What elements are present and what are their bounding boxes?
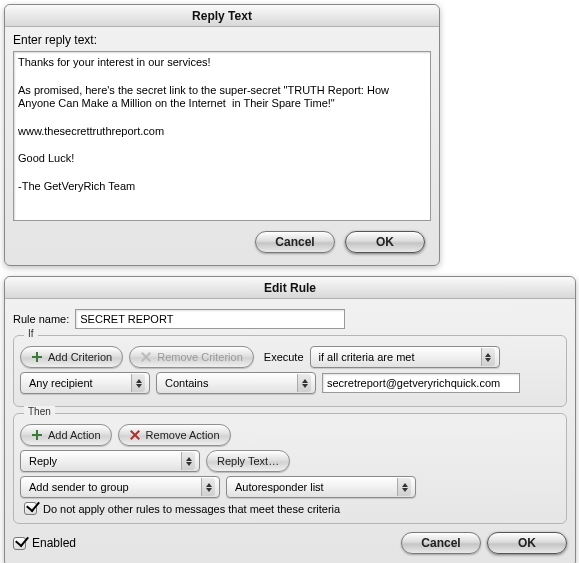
reply-textarea-wrap (13, 51, 431, 221)
criterion-op-value: Contains (165, 377, 208, 389)
prompt-label: Enter reply text: (13, 33, 431, 47)
criterion-field-value: Any recipient (29, 377, 93, 389)
reply-text-label: Reply Text… (217, 455, 279, 467)
execute-value: if all criteria are met (319, 351, 415, 363)
action-row-1: Reply Reply Text… (20, 450, 560, 472)
action1-popup[interactable]: Reply (20, 450, 200, 472)
edit-rule-dialog: Edit Rule Rule name: If Add Criterion Re… (4, 276, 576, 563)
stop-rules-row: Do not apply other rules to messages tha… (24, 502, 560, 515)
reply-textarea[interactable] (16, 54, 428, 218)
add-action-label: Add Action (48, 429, 101, 441)
updown-icon (201, 478, 215, 496)
updown-icon (181, 452, 195, 470)
dialog-title: Reply Text (5, 5, 439, 27)
dialog-title: Edit Rule (5, 277, 575, 299)
plus-icon (31, 429, 43, 441)
remove-criterion-label: Remove Criterion (157, 351, 243, 363)
reply-text-button[interactable]: Reply Text… (206, 450, 290, 472)
if-group: If Add Criterion Remove Criterion Execut… (13, 335, 567, 407)
cancel-button[interactable]: Cancel (255, 231, 335, 253)
updown-icon (397, 478, 411, 496)
enabled-checkbox[interactable] (13, 537, 26, 550)
if-legend: If (24, 328, 38, 339)
action2-target-value: Autoresponder list (235, 481, 324, 493)
ok-button[interactable]: OK (487, 532, 567, 554)
action2-popup[interactable]: Add sender to group (20, 476, 220, 498)
dialog-button-row: Cancel OK (13, 221, 431, 257)
reply-text-dialog: Reply Text Enter reply text: Cancel OK (4, 4, 440, 266)
stop-rules-checkbox[interactable] (24, 502, 37, 515)
ok-button[interactable]: OK (345, 231, 425, 253)
execute-label: Execute (264, 351, 304, 363)
cancel-button[interactable]: Cancel (401, 532, 481, 554)
then-legend: Then (24, 406, 55, 417)
action-toolbar: Add Action Remove Action (20, 424, 560, 446)
updown-icon (297, 374, 311, 392)
add-criterion-button[interactable]: Add Criterion (20, 346, 123, 368)
action2-target-popup[interactable]: Autoresponder list (226, 476, 416, 498)
add-criterion-label: Add Criterion (48, 351, 112, 363)
updown-icon (481, 348, 495, 366)
rule-name-row: Rule name: (13, 309, 567, 329)
updown-icon (131, 374, 145, 392)
then-group: Then Add Action Remove Action Reply Repl… (13, 413, 567, 524)
add-action-button[interactable]: Add Action (20, 424, 112, 446)
remove-icon (129, 429, 141, 441)
rule-name-input[interactable] (75, 309, 345, 329)
enabled-label: Enabled (32, 536, 76, 550)
plus-icon (31, 351, 43, 363)
dialog-body: Rule name: If Add Criterion Remove Crite… (5, 299, 575, 563)
criterion-op-popup[interactable]: Contains (156, 372, 316, 394)
action1-value: Reply (29, 455, 57, 467)
action2-value: Add sender to group (29, 481, 129, 493)
remove-action-button[interactable]: Remove Action (118, 424, 231, 446)
execute-popup[interactable]: if all criteria are met (310, 346, 500, 368)
rule-name-label: Rule name: (13, 313, 69, 325)
criterion-value-input[interactable] (322, 373, 520, 393)
footer-row: Enabled Cancel OK (13, 532, 567, 554)
remove-criterion-button[interactable]: Remove Criterion (129, 346, 254, 368)
criterion-field-popup[interactable]: Any recipient (20, 372, 150, 394)
stop-rules-label: Do not apply other rules to messages tha… (43, 503, 340, 515)
dialog-body: Enter reply text: Cancel OK (5, 27, 439, 265)
action-row-2: Add sender to group Autoresponder list (20, 476, 560, 498)
enabled-row: Enabled (13, 536, 76, 550)
criterion-toolbar: Add Criterion Remove Criterion Execute i… (20, 346, 560, 368)
remove-action-label: Remove Action (146, 429, 220, 441)
remove-icon (140, 351, 152, 363)
criterion-row: Any recipient Contains (20, 372, 560, 394)
